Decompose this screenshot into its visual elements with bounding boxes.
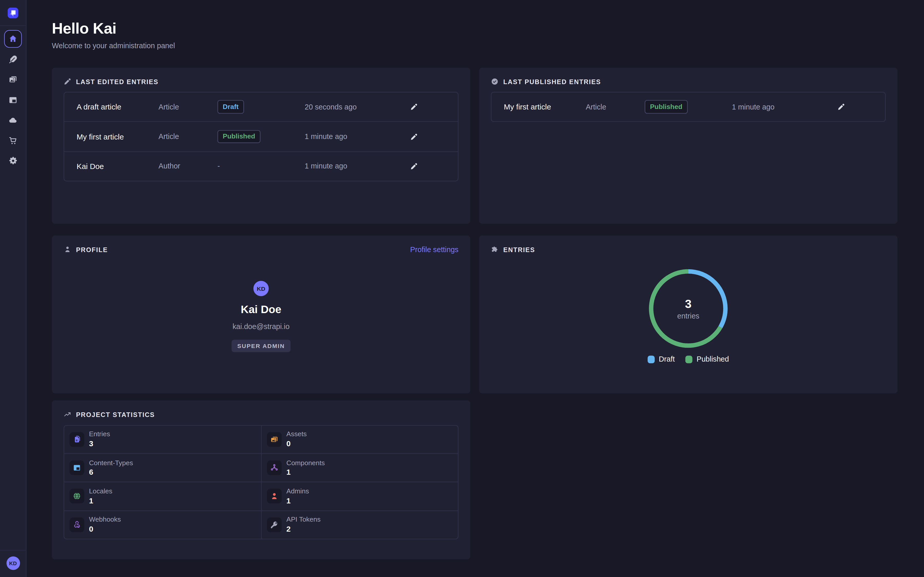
page-title: Hello Kai bbox=[52, 19, 175, 38]
sidebar-item-home[interactable] bbox=[4, 30, 22, 48]
sidebar-divider bbox=[0, 26, 26, 26]
stat-item-webhooks: Webhooks0 bbox=[64, 510, 261, 539]
legend-label: Draft bbox=[659, 355, 675, 363]
entry-updated-time: 1 minute ago bbox=[305, 162, 410, 170]
entry-row: Kai DoeAuthor-1 minute ago bbox=[64, 151, 458, 181]
sidebar-item-marketplace[interactable] bbox=[4, 132, 22, 149]
sidebar-nav bbox=[4, 30, 22, 169]
published-swatch bbox=[685, 355, 693, 363]
entry-row: My first articleArticlePublished1 minute… bbox=[64, 122, 458, 151]
entries-count: 3 bbox=[685, 297, 692, 311]
puzzle-icon bbox=[491, 245, 498, 253]
layout-icon bbox=[69, 461, 84, 475]
sidebar-item-deploy[interactable] bbox=[4, 111, 22, 129]
panel-title: PROJECT STATISTICS bbox=[76, 411, 155, 418]
entry-title: My first article bbox=[76, 132, 158, 141]
page-subtitle: Welcome to your administration panel bbox=[52, 42, 175, 50]
pencil-icon bbox=[410, 163, 418, 170]
stat-label: Components bbox=[286, 458, 325, 467]
stat-label: Webhooks bbox=[89, 515, 121, 524]
pencil-icon bbox=[837, 103, 845, 111]
file-icon bbox=[69, 432, 84, 447]
images-icon bbox=[267, 432, 281, 447]
entry-updated-time: 1 minute ago bbox=[305, 132, 410, 141]
content-type-builder-icon bbox=[8, 95, 18, 105]
chart-legend: Draft Published bbox=[648, 355, 729, 363]
stat-item-assets: Assets0 bbox=[261, 426, 458, 453]
sidebar-divider bbox=[0, 550, 26, 550]
strapi-logo-glyph bbox=[8, 8, 18, 18]
entry-type: Article bbox=[158, 103, 218, 111]
sidebar-item-content-manager[interactable] bbox=[4, 50, 22, 68]
stat-label: Content-Types bbox=[89, 458, 133, 467]
entries-chart-area: 3 entries Draft Published bbox=[479, 253, 898, 363]
entry-type: Author bbox=[158, 162, 218, 170]
panel-profile: PROFILE Profile settings KD Kai Doe kai.… bbox=[52, 235, 470, 393]
legend-item-draft: Draft bbox=[648, 355, 675, 363]
profile-settings-link[interactable]: Profile settings bbox=[410, 245, 459, 254]
stat-value: 1 bbox=[286, 467, 325, 477]
stat-label: Admins bbox=[286, 487, 309, 495]
entry-status-badge: Draft bbox=[217, 100, 244, 114]
pencil-icon bbox=[410, 103, 418, 111]
stat-value: 0 bbox=[89, 524, 121, 534]
stat-value: 2 bbox=[286, 524, 321, 534]
entry-title: My first article bbox=[504, 103, 586, 111]
sidebar-bottom: KD bbox=[0, 550, 26, 577]
stat-item-api-tokens: API Tokens2 bbox=[261, 510, 458, 539]
webhook-icon bbox=[69, 517, 84, 532]
entry-type: Article bbox=[586, 103, 645, 111]
legend-label: Published bbox=[696, 355, 729, 363]
entry-updated-time: 20 seconds ago bbox=[305, 103, 410, 111]
strapi-logo[interactable] bbox=[8, 8, 18, 18]
entry-type: Article bbox=[158, 132, 218, 141]
user-icon bbox=[267, 489, 281, 504]
edit-entry-button[interactable] bbox=[410, 103, 418, 111]
sidebar-item-settings[interactable] bbox=[4, 152, 22, 169]
edit-entry-button[interactable] bbox=[410, 163, 418, 170]
page-header: Hello Kai Welcome to your administration… bbox=[52, 19, 175, 50]
donut-center: 3 entries bbox=[649, 269, 728, 348]
trend-up-icon bbox=[64, 410, 71, 418]
last-edited-table: A draft articleArticleDraft20 seconds ag… bbox=[64, 92, 459, 181]
stat-item-content-types: Content-Types6 bbox=[64, 453, 261, 482]
settings-icon bbox=[8, 156, 18, 165]
stat-value: 6 bbox=[89, 467, 133, 477]
profile-name: Kai Doe bbox=[241, 303, 281, 316]
sidebar-item-content-type-builder[interactable] bbox=[4, 91, 22, 109]
stat-value: 3 bbox=[89, 439, 110, 449]
panel-last-edited-entries: LAST EDITED ENTRIES A draft articleArtic… bbox=[52, 68, 470, 224]
stat-value: 1 bbox=[286, 495, 309, 506]
entry-row: A draft articleArticleDraft20 seconds ag… bbox=[64, 92, 458, 121]
edit-entry-button[interactable] bbox=[410, 133, 418, 140]
entry-title: A draft article bbox=[76, 103, 158, 111]
project-statistics-grid: Entries3Assets0Content-Types6Components1… bbox=[64, 425, 459, 539]
key-icon bbox=[267, 517, 281, 532]
panel-last-published-entries: LAST PUBLISHED ENTRIES My first articleA… bbox=[479, 68, 898, 224]
user-avatar[interactable]: KD bbox=[6, 556, 20, 570]
pencil-icon bbox=[410, 133, 418, 140]
cloud-icon bbox=[8, 115, 18, 125]
profile-body: KD Kai Doe kai.doe@strapi.io SUPER ADMIN bbox=[52, 253, 470, 352]
stat-label: Assets bbox=[286, 430, 307, 439]
entries-count-label: entries bbox=[677, 312, 699, 320]
panel-title: LAST EDITED ENTRIES bbox=[76, 78, 158, 85]
sidebar: KD bbox=[0, 0, 26, 577]
sidebar-item-media-library[interactable] bbox=[4, 71, 22, 89]
profile-email: kai.doe@strapi.io bbox=[233, 322, 289, 331]
edit-entry-button[interactable] bbox=[837, 103, 845, 111]
panel-title: PROFILE bbox=[76, 246, 108, 253]
draft-swatch bbox=[648, 355, 655, 363]
marketplace-icon bbox=[8, 135, 18, 145]
entry-updated-time: 1 minute ago bbox=[732, 103, 837, 111]
check-circle-icon bbox=[491, 78, 498, 85]
stat-label: API Tokens bbox=[286, 515, 321, 524]
person-icon bbox=[64, 245, 71, 253]
entry-status-badge: Published bbox=[645, 100, 688, 114]
last-published-table: My first articleArticlePublished1 minute… bbox=[491, 92, 885, 122]
stat-item-admins: Admins1 bbox=[261, 482, 458, 510]
legend-item-published: Published bbox=[685, 355, 729, 363]
entry-status-badge: Published bbox=[217, 130, 260, 143]
stat-label: Locales bbox=[89, 487, 112, 495]
panel-entries-chart: ENTRIES 3 entries Draft bbox=[479, 235, 898, 393]
